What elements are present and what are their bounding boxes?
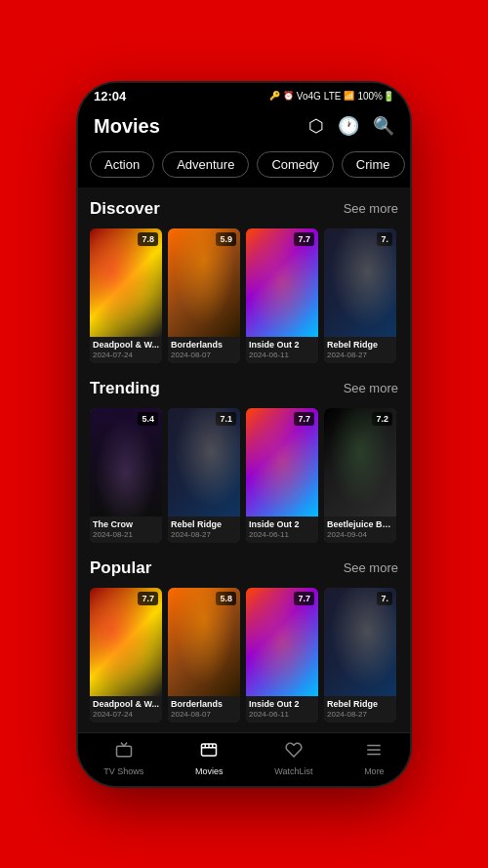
movie-card-rebel-discover[interactable]: 7. Rebel Ridge 2024-08-27: [324, 228, 396, 363]
status-icons: 🔑 ⏰ Vo4G LTE 📶 100%🔋: [269, 91, 394, 102]
poster-rebel-trending: 7.1: [168, 408, 240, 517]
date-borderlands-popular: 2024-08-07: [171, 710, 237, 719]
discover-see-more[interactable]: See more: [344, 201, 398, 216]
genre-tab-adventure[interactable]: Adventure: [162, 151, 249, 178]
title-rebel-popular: Rebel Ridge: [327, 699, 393, 709]
movie-card-borderlands-popular[interactable]: 5.8 Borderlands 2024-08-07: [168, 588, 240, 723]
genre-tab-crime[interactable]: Crime: [342, 151, 405, 178]
movie-card-insideout-popular[interactable]: 7.7 Inside Out 2 2024-06-11: [246, 588, 318, 723]
info-borderlands-discover: Borderlands 2024-08-07: [168, 337, 240, 363]
title-beetlejuice-trending: Beetlejuice Be...: [327, 519, 393, 529]
info-deadpool-discover: Deadpool & W... 2024-07-24: [90, 337, 162, 363]
info-deadpool-popular: Deadpool & W... 2024-07-24: [90, 696, 162, 723]
genre-tab-action[interactable]: Action: [90, 151, 154, 178]
popular-see-more[interactable]: See more: [344, 560, 398, 575]
main-content: Discover See more 7.8 Deadpool & W... 20…: [78, 187, 410, 732]
trending-section: Trending See more 5.4 The Crow 2024-08-2…: [78, 367, 410, 547]
svg-rect-0: [116, 746, 131, 757]
movie-card-rebel-trending[interactable]: 7.1 Rebel Ridge 2024-08-27: [168, 408, 240, 543]
more-label: More: [364, 766, 385, 776]
nav-movies[interactable]: Movies: [195, 741, 224, 776]
date-beetlejuice-trending: 2024-09-04: [327, 530, 393, 539]
nav-watchlist[interactable]: WatchList: [274, 741, 312, 776]
status-bar: 12:04 🔑 ⏰ Vo4G LTE 📶 100%🔋: [78, 83, 410, 107]
movie-card-deadpool-popular[interactable]: 7.7 Deadpool & W... 2024-07-24: [90, 588, 162, 723]
rating-borderlands-discover: 5.9: [216, 232, 236, 246]
watchlist-icon: [285, 741, 303, 764]
cast-icon[interactable]: ⬡: [308, 115, 324, 137]
genre-tab-comedy[interactable]: Comedy: [257, 151, 333, 178]
info-rebel-trending: Rebel Ridge 2024-08-27: [168, 517, 240, 543]
discover-section: Discover See more 7.8 Deadpool & W... 20…: [78, 187, 410, 367]
rating-borderlands-popular: 5.8: [216, 592, 236, 605]
tvshows-label: TV Shows: [103, 766, 143, 776]
rating-insideout-discover: 7.7: [294, 232, 314, 246]
discover-grid: 7.8 Deadpool & W... 2024-07-24 5.9 Borde…: [90, 228, 398, 363]
info-beetlejuice-trending: Beetlejuice Be... 2024-09-04: [324, 517, 396, 543]
bottom-nav: TV Shows Movies WatchLis: [78, 732, 410, 786]
movie-card-beetlejuice-trending[interactable]: 7.2 Beetlejuice Be... 2024-09-04: [324, 408, 396, 543]
title-deadpool-discover: Deadpool & W...: [93, 340, 159, 350]
header-actions: ⬡ 🕐 🔍: [308, 115, 394, 137]
date-deadpool-popular: 2024-07-24: [93, 710, 159, 719]
rating-rebel-discover: 7.: [377, 232, 392, 246]
popular-grid: 7.7 Deadpool & W... 2024-07-24 5.8 Borde…: [90, 588, 398, 723]
poster-rebel-popular: 7.: [324, 588, 396, 696]
page-title: Movies: [94, 115, 160, 138]
title-insideout-popular: Inside Out 2: [249, 699, 315, 709]
movie-card-thecrow-trending[interactable]: 5.4 The Crow 2024-08-21: [90, 408, 162, 543]
date-insideout-discover: 2024-06-11: [249, 351, 315, 359]
date-deadpool-discover: 2024-07-24: [93, 351, 159, 359]
info-thecrow-trending: The Crow 2024-08-21: [90, 517, 162, 543]
phone-frame: 12:04 🔑 ⏰ Vo4G LTE 📶 100%🔋 Movies ⬡ 🕐 🔍 …: [78, 83, 410, 786]
lock-icon: 🔑: [269, 91, 280, 101]
title-borderlands-popular: Borderlands: [171, 699, 237, 709]
title-rebel-trending: Rebel Ridge: [171, 519, 237, 529]
header: Movies ⬡ 🕐 🔍: [78, 107, 410, 147]
history-icon[interactable]: 🕐: [338, 115, 359, 137]
poster-insideout-discover: 7.7: [246, 228, 318, 337]
date-rebel-trending: 2024-08-27: [171, 530, 237, 539]
popular-section: Popular See more 7.7 Deadpool & W... 202…: [78, 547, 410, 726]
title-insideout-discover: Inside Out 2: [249, 340, 315, 350]
discover-header: Discover See more: [90, 199, 398, 219]
status-time: 12:04: [94, 89, 126, 103]
info-rebel-discover: Rebel Ridge 2024-08-27: [324, 337, 396, 363]
title-thecrow-trending: The Crow: [93, 519, 159, 529]
movie-card-insideout-trending[interactable]: 7.7 Inside Out 2 2024-06-11: [246, 408, 318, 543]
poster-beetlejuice-trending: 7.2: [324, 408, 396, 517]
info-insideout-discover: Inside Out 2 2024-06-11: [246, 337, 318, 363]
movie-card-rebel-popular[interactable]: 7. Rebel Ridge 2024-08-27: [324, 588, 396, 723]
title-deadpool-popular: Deadpool & W...: [93, 699, 159, 709]
date-rebel-popular: 2024-08-27: [327, 710, 393, 719]
trending-see-more[interactable]: See more: [344, 381, 398, 395]
rating-insideout-popular: 7.7: [294, 592, 314, 605]
title-rebel-discover: Rebel Ridge: [327, 340, 393, 350]
lte-icon: LTE: [324, 91, 342, 102]
poster-borderlands-popular: 5.8: [168, 588, 240, 696]
more-icon: [365, 741, 383, 764]
title-insideout-trending: Inside Out 2: [249, 519, 315, 529]
popular-title: Popular: [90, 558, 151, 578]
trending-grid: 5.4 The Crow 2024-08-21 7.1 Rebel Ridge: [90, 408, 398, 543]
info-borderlands-popular: Borderlands 2024-08-07: [168, 696, 240, 723]
poster-thecrow-trending: 5.4: [90, 408, 162, 517]
movie-card-deadpool-discover[interactable]: 7.8 Deadpool & W... 2024-07-24: [90, 228, 162, 363]
nav-tvshows[interactable]: TV Shows: [103, 741, 143, 776]
nav-more[interactable]: More: [364, 741, 385, 776]
poster-insideout-trending: 7.7: [246, 408, 318, 517]
trending-header: Trending See more: [90, 379, 398, 398]
battery-icon: 100%🔋: [357, 91, 394, 102]
discover-title: Discover: [90, 199, 160, 219]
wifi-icon: 📶: [344, 91, 354, 101]
rating-thecrow-trending: 5.4: [138, 412, 158, 426]
info-insideout-trending: Inside Out 2 2024-06-11: [246, 517, 318, 543]
popular-header: Popular See more: [90, 558, 398, 578]
info-insideout-popular: Inside Out 2 2024-06-11: [246, 696, 318, 723]
movie-card-insideout-discover[interactable]: 7.7 Inside Out 2 2024-06-11: [246, 228, 318, 363]
genre-tabs: Action Adventure Comedy Crime Doc: [78, 147, 410, 187]
movie-card-borderlands-discover[interactable]: 5.9 Borderlands 2024-08-07: [168, 228, 240, 363]
date-rebel-discover: 2024-08-27: [327, 351, 393, 359]
date-borderlands-discover: 2024-08-07: [171, 351, 237, 359]
search-icon[interactable]: 🔍: [373, 115, 394, 137]
